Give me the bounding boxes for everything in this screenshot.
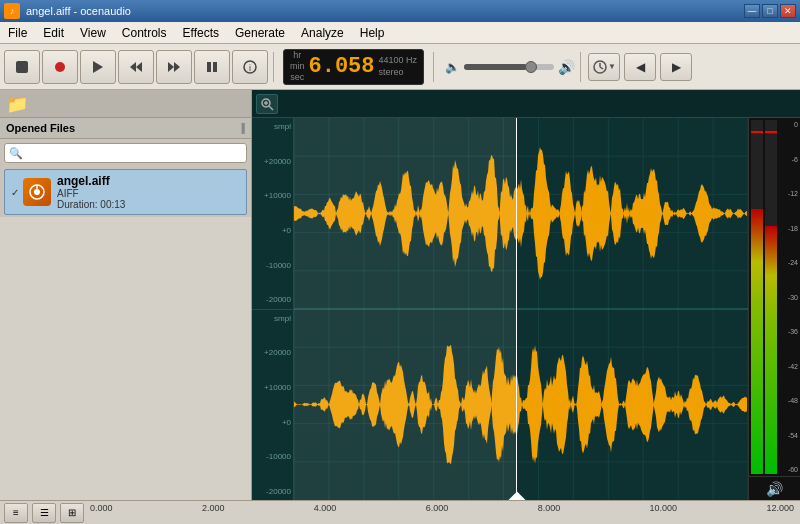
menu-bar: File Edit View Controls Effects Generate… bbox=[0, 22, 800, 44]
time-samplerate: 44100 Hz stereo bbox=[379, 55, 418, 78]
svg-rect-0 bbox=[16, 61, 28, 73]
svg-point-1 bbox=[55, 62, 65, 72]
time-label-hms: hr min sec bbox=[290, 50, 305, 82]
window-controls: — □ ✕ bbox=[744, 4, 796, 18]
svg-marker-4 bbox=[136, 62, 142, 72]
separator bbox=[273, 52, 274, 82]
waveform-panel: smpl +20000 +10000 +0 -10000 -20000 smpl… bbox=[252, 90, 800, 500]
menu-controls[interactable]: Controls bbox=[114, 24, 175, 42]
main-content: 📁 Opened Files ▐ 🔍 ✓ angel.aiff AIFF Dur… bbox=[0, 90, 800, 500]
file-name: angel.aiff bbox=[57, 174, 240, 188]
svg-line-18 bbox=[269, 106, 273, 110]
svg-marker-3 bbox=[130, 62, 136, 72]
toolbar: i hr min sec 6.058 44100 Hz stereo 🔈 🔊 bbox=[0, 44, 800, 90]
meter-area: 0 -6 -12 -18 -24 -30 -36 -42 -48 -54 -60 bbox=[749, 118, 800, 476]
y-axis-ch1: smpl +20000 +10000 +0 -10000 -20000 smpl… bbox=[252, 118, 294, 500]
maximize-button[interactable]: □ bbox=[762, 4, 778, 18]
next-button[interactable]: ▶ bbox=[660, 53, 692, 81]
folder-icon[interactable]: 📁 bbox=[6, 93, 28, 115]
volume-max-icon: 🔊 bbox=[558, 59, 575, 75]
file-type: AIFF bbox=[57, 188, 240, 199]
sidebar-header: 📁 bbox=[0, 90, 251, 118]
prev-button[interactable]: ◀ bbox=[624, 53, 656, 81]
ch2-label: smpl bbox=[254, 314, 291, 323]
waveform-top-bar bbox=[252, 90, 800, 118]
waveform-canvas[interactable] bbox=[294, 118, 748, 500]
meter-volume-icon: 🔊 bbox=[749, 476, 800, 500]
record-button[interactable] bbox=[42, 50, 78, 84]
svg-rect-8 bbox=[213, 62, 217, 72]
meter-right-fill bbox=[765, 226, 777, 474]
section-handle: ▐ bbox=[239, 123, 245, 133]
db-labels: 0 -6 -12 -18 -24 -30 -36 -42 -48 -54 -60 bbox=[779, 120, 798, 474]
menu-analyze[interactable]: Analyze bbox=[293, 24, 352, 42]
ch1-label: smpl bbox=[254, 122, 291, 131]
volume-min-icon: 🔈 bbox=[445, 60, 460, 74]
opened-files-section: Opened Files ▐ bbox=[0, 118, 251, 139]
menu-file[interactable]: File bbox=[0, 24, 35, 42]
menu-effects[interactable]: Effects bbox=[175, 24, 227, 42]
clock-button[interactable]: ▼ bbox=[588, 53, 620, 81]
waveform-canvas-area[interactable] bbox=[294, 118, 748, 500]
file-type-icon bbox=[23, 178, 51, 206]
view-grid-button[interactable]: ⊞ bbox=[60, 503, 84, 523]
svg-marker-2 bbox=[93, 61, 103, 73]
level-meters: 0 -6 -12 -18 -24 -30 -36 -42 -48 -54 -60 bbox=[748, 118, 800, 500]
view-compact-button[interactable]: ☰ bbox=[32, 503, 56, 523]
search-icon: 🔍 bbox=[9, 147, 23, 160]
volume-control[interactable]: 🔈 🔊 bbox=[445, 59, 575, 75]
volume-slider[interactable] bbox=[464, 64, 554, 70]
search-wrap: 🔍 bbox=[4, 143, 247, 163]
info-button[interactable]: i bbox=[232, 50, 268, 84]
file-info: angel.aiff AIFF Duration: 00:13 bbox=[57, 174, 240, 210]
svg-line-13 bbox=[600, 67, 603, 69]
rewind-button[interactable] bbox=[118, 50, 154, 84]
timeline: 0.000 2.000 4.000 6.000 8.000 10.000 12.… bbox=[88, 503, 796, 523]
bottom-bar: ≡ ☰ ⊞ 0.000 2.000 4.000 6.000 8.000 10.0… bbox=[0, 500, 800, 524]
search-input[interactable] bbox=[4, 143, 247, 163]
fast-forward-button[interactable] bbox=[156, 50, 192, 84]
pause-button[interactable] bbox=[194, 50, 230, 84]
file-check-icon: ✓ bbox=[11, 187, 19, 198]
title-bar: ♪ angel.aiff - ocenaudio — □ ✕ bbox=[0, 0, 800, 22]
svg-rect-7 bbox=[207, 62, 211, 72]
separator2 bbox=[433, 52, 434, 82]
sidebar: 📁 Opened Files ▐ 🔍 ✓ angel.aiff AIFF Dur… bbox=[0, 90, 252, 500]
menu-help[interactable]: Help bbox=[352, 24, 393, 42]
section-label: Opened Files bbox=[6, 122, 75, 134]
menu-view[interactable]: View bbox=[72, 24, 114, 42]
view-list-button[interactable]: ≡ bbox=[4, 503, 28, 523]
svg-marker-6 bbox=[174, 62, 180, 72]
time-value: 6.058 bbox=[309, 54, 375, 79]
file-duration: Duration: 00:13 bbox=[57, 199, 240, 210]
zoom-in-button[interactable] bbox=[256, 94, 278, 114]
time-display: hr min sec 6.058 44100 Hz stereo bbox=[283, 49, 424, 85]
separator3 bbox=[580, 52, 581, 82]
timeline-labels: 0.000 2.000 4.000 6.000 8.000 10.000 12.… bbox=[88, 503, 796, 513]
app-icon: ♪ bbox=[4, 3, 20, 19]
meter-left bbox=[751, 120, 763, 474]
meter-right-peak bbox=[765, 131, 777, 133]
close-button[interactable]: ✕ bbox=[780, 4, 796, 18]
menu-edit[interactable]: Edit bbox=[35, 24, 72, 42]
sidebar-empty bbox=[0, 217, 251, 500]
menu-generate[interactable]: Generate bbox=[227, 24, 293, 42]
window-title: angel.aiff - ocenaudio bbox=[26, 5, 744, 17]
svg-marker-5 bbox=[168, 62, 174, 72]
stop-button[interactable] bbox=[4, 50, 40, 84]
svg-point-15 bbox=[34, 189, 40, 195]
meter-left-peak bbox=[751, 131, 763, 133]
volume-knob[interactable] bbox=[525, 61, 537, 73]
file-item-angel[interactable]: ✓ angel.aiff AIFF Duration: 00:13 bbox=[4, 169, 247, 215]
meter-right bbox=[765, 120, 777, 474]
minimize-button[interactable]: — bbox=[744, 4, 760, 18]
meter-left-fill bbox=[751, 209, 763, 475]
svg-text:i: i bbox=[249, 63, 251, 73]
channels-and-meters: smpl +20000 +10000 +0 -10000 -20000 smpl… bbox=[252, 118, 800, 500]
play-button[interactable] bbox=[80, 50, 116, 84]
